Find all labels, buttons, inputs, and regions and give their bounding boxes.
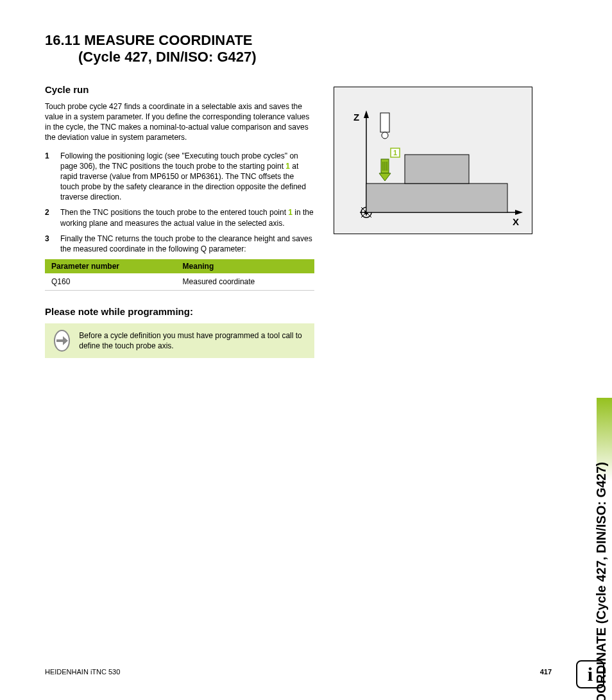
step-number: 2 [45,207,54,228]
step-text: Finally the TNC returns the touch probe … [60,234,314,254]
page-title: 16.11 MEASURE COORDINATE (Cycle 427, DIN… [45,32,552,66]
table-row: Q160 Measured coordinate [45,273,314,291]
note-heading: Please note while programming: [45,306,314,317]
page-footer: HEIDENHAIN iTNC 530 417 [45,668,552,676]
page-content: 16.11 MEASURE COORDINATE (Cycle 427, DIN… [45,32,552,358]
table-cell: Q160 [45,273,176,291]
table-header: Parameter number [45,259,176,273]
step-number: 3 [45,234,54,254]
cycle-run-heading: Cycle run [45,84,314,95]
diagram-svg: 1 Z X [334,87,533,235]
svg-marker-15 [379,173,391,181]
svg-marker-1 [364,110,369,118]
arrow-right-icon [54,330,70,352]
intro-paragraph: Touch probe cycle 427 finds a coordinate… [45,101,314,143]
footer-product: HEIDENHAIN iTNC 530 [45,668,120,676]
title-line-2: (Cycle 427, DIN/ISO: G427) [45,49,552,65]
svg-text:Z: Z [353,112,359,123]
page-number: 417 [540,668,552,676]
svg-marker-3 [515,210,523,215]
step-number: 1 [45,151,54,203]
svg-point-11 [382,132,388,139]
note-text: Before a cycle definition you must have … [79,330,305,351]
info-icon: i [576,660,604,688]
two-column-layout: Cycle run Touch probe cycle 427 finds a … [45,84,552,358]
table-header: Meaning [176,259,314,273]
diagram: 1 Z X [334,87,532,234]
table-cell: Measured coordinate [176,273,314,291]
svg-text:X: X [513,216,519,227]
right-column: 1 Z X [334,84,545,358]
parameter-table: Parameter number Meaning Q160 Measured c… [45,259,314,291]
step-item: 2 Then the TNC positions the touch probe… [45,207,314,228]
step-item: 1 Following the positioning logic (see "… [45,151,314,203]
title-line-1: 16.11 MEASURE COORDINATE [45,32,253,48]
step-text: Following the positioning logic (see "Ex… [60,151,314,203]
step-text: Then the TNC positions the touch probe t… [60,207,314,228]
note-section: Please note while programming: Before a … [45,306,314,358]
svg-rect-8 [366,184,507,212]
table-header-row: Parameter number Meaning [45,259,314,273]
svg-rect-10 [380,113,389,132]
side-tab: 16.11 MEASURE COORDINATE (Cycle 427, DIN… [574,13,612,475]
svg-text:1: 1 [393,149,397,157]
steps-list: 1 Following the positioning logic (see "… [45,151,314,255]
left-column: Cycle run Touch probe cycle 427 finds a … [45,84,314,358]
svg-rect-9 [405,155,469,184]
step-item: 3 Finally the TNC returns the touch prob… [45,234,314,254]
note-box: Before a cycle definition you must have … [45,323,314,358]
